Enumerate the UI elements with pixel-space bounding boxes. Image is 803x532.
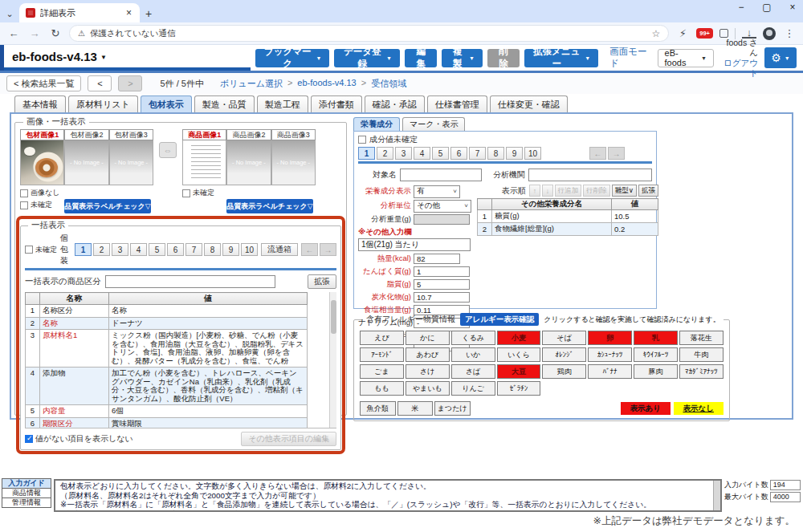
product-image-empty[interactable]: - No Image - <box>271 140 316 185</box>
tab-nutrition[interactable]: 栄養成分 <box>353 117 400 131</box>
package-image-tab[interactable]: 包材画像2 <box>64 129 108 140</box>
package-photo-donut[interactable] <box>20 140 64 185</box>
product-label-image[interactable] <box>182 140 226 185</box>
table-row[interactable]: 1 糖質(g) 10.5 <box>478 210 658 223</box>
allergen-cell[interactable]: 大豆 <box>497 364 541 379</box>
delete-row-button[interactable]: 行削除 <box>583 185 610 197</box>
nutrition-page-tab[interactable]: 2 <box>377 147 393 160</box>
table-row[interactable]: 3 原材料名1 ミックス粉（国内製造）[小麦粉、砂糖、でん粉（小麦を含む）、食用… <box>26 330 308 368</box>
batch-page-tab[interactable]: 7 <box>185 243 202 256</box>
table-row[interactable]: 2 食物繊維[総量](g) 0.2 <box>478 223 658 236</box>
nutrition-page-tab[interactable]: 6 <box>450 147 467 160</box>
nutrient-input[interactable]: 1 <box>414 266 470 277</box>
add-row-button[interactable]: 行追加 <box>555 185 582 197</box>
quality-label-check-button[interactable]: 品質表示ラベルチェック▽ <box>64 199 151 213</box>
display-setting-select[interactable]: 有˅ <box>414 185 460 198</box>
header-action-button[interactable]: 拡張メニュー▼ <box>524 49 598 67</box>
allergen-cell[interactable]: いくら <box>497 347 541 362</box>
batch-table-scrollbar[interactable] <box>329 292 336 428</box>
tab-close-icon[interactable]: × <box>124 7 133 18</box>
main-tab[interactable]: 製造工程 <box>257 95 308 112</box>
allergen-cell[interactable]: まつたけ <box>434 401 471 416</box>
profile-avatar[interactable] <box>763 27 776 40</box>
table-row[interactable]: 1 名称区分 名称 <box>26 305 308 318</box>
batch-page-tab[interactable]: 3 <box>112 243 128 256</box>
allergen-cell[interactable]: 牛肉 <box>679 347 724 362</box>
unit-select[interactable]: その他˅ <box>414 200 471 213</box>
nutrient-input[interactable]: 82 <box>414 254 460 264</box>
screen-mode-select[interactable]: eB-foods▼ <box>658 49 714 67</box>
batch-page-tab[interactable]: 1 <box>75 243 92 256</box>
header-action-button[interactable]: 複製▼ <box>442 49 483 67</box>
swap-images-button[interactable]: ⇔ <box>159 142 177 158</box>
main-tab[interactable]: 仕様書管理 <box>427 95 487 112</box>
main-tab[interactable]: 製造・品質 <box>194 95 255 112</box>
breadcrumb-area[interactable]: 受信領域 <box>371 78 406 90</box>
template-button[interactable]: 雛型∨ <box>612 185 637 197</box>
nutrition-unconfirmed-row[interactable]: 成分値未確定 <box>358 134 652 145</box>
allergen-cell[interactable]: ﾏｶﾀﾞﾐｱﾅｯﾂ <box>679 364 724 379</box>
app-title[interactable]: eb-foods-v4.13 ▼ <box>4 45 251 71</box>
batch-page-tab[interactable]: 10 <box>241 243 258 256</box>
main-tab[interactable]: 包材表示 <box>141 95 192 112</box>
hide-empty-row[interactable]: 値がない項目を表示しない <box>25 433 133 445</box>
footer-tab[interactable]: 管理情報 <box>2 497 51 508</box>
allergen-cell[interactable]: 鶏肉 <box>542 364 586 379</box>
agency-input[interactable] <box>528 169 652 181</box>
allergen-cell[interactable]: 落花生 <box>679 331 724 345</box>
other-input[interactable]: 1個(21g) 当たり <box>358 238 471 251</box>
forward-icon[interactable]: → <box>27 27 42 39</box>
page-right-arrow-button[interactable]: → <box>320 243 336 256</box>
page-left-arrow-button[interactable]: ← <box>301 243 318 256</box>
weight-input[interactable] <box>414 214 470 225</box>
no-image-checkbox[interactable] <box>20 189 28 197</box>
allergen-cell[interactable]: ｶｼｭｰﾅｯﾂ <box>588 347 632 362</box>
quality-label-check-button[interactable]: 品質表示ラベルチェック▽ <box>226 199 313 213</box>
breadcrumb-volume[interactable]: ボリューム選択 <box>220 78 283 90</box>
allergen-cell[interactable]: ｷｳｲﾌﾙｰﾂ <box>634 347 678 362</box>
nutrition-page-tab[interactable]: 5 <box>432 147 449 160</box>
browser-tab[interactable]: 詳細表示 × <box>19 3 140 22</box>
nutrition-page-tab[interactable]: 10 <box>524 147 541 160</box>
nutrition-page-tab[interactable]: 1 <box>358 147 375 160</box>
allergen-cell[interactable]: ｵﾚﾝｼﾞ <box>542 347 586 362</box>
nutrition-page-tab[interactable]: 8 <box>487 147 504 160</box>
product-image-tab[interactable]: 商品画像1 <box>182 129 226 140</box>
unconfirmed-checkbox-row[interactable]: 未確定 <box>182 188 226 198</box>
allergen-cell[interactable]: 小麦 <box>497 331 541 345</box>
back-icon[interactable]: ← <box>6 27 21 39</box>
batch-page-tab[interactable]: 8 <box>204 243 221 256</box>
main-tab[interactable]: 確認・承認 <box>365 95 425 112</box>
package-image-tab[interactable]: 包材画像1 <box>20 129 64 140</box>
nutrient-input[interactable]: 10.7 <box>414 292 470 303</box>
back-to-results-button[interactable]: < 検索結果一覧 <box>6 75 81 91</box>
window-close-icon[interactable]: × <box>787 2 798 13</box>
address-bar[interactable]: ⚠ 保護されていない通信 ☆ <box>69 25 669 42</box>
target-name-input[interactable] <box>400 169 482 181</box>
main-tab[interactable]: 仕様変更・確認 <box>490 95 568 112</box>
nutrition-page-tab[interactable]: 7 <box>469 147 486 160</box>
package-image-empty[interactable]: - No Image - <box>64 140 108 185</box>
scrollbar-thumb[interactable] <box>331 300 336 334</box>
breadcrumb-db[interactable]: eb-foods-v4.13 <box>297 78 356 90</box>
extension-badge[interactable]: 99+ <box>696 28 713 39</box>
main-tab[interactable]: 原材料リスト <box>68 95 138 112</box>
logout-link[interactable]: ログアウト <box>719 58 758 78</box>
batch-unconfirmed-row[interactable]: 未確定 <box>25 245 57 255</box>
allergen-cell[interactable]: ごま <box>360 364 404 379</box>
product-image-tab[interactable]: 商品画像2 <box>226 129 271 140</box>
guide-scrollbar[interactable] <box>713 481 720 510</box>
allergen-cell[interactable]: そば <box>542 331 586 345</box>
allergen-cell[interactable]: りんご <box>451 381 495 396</box>
window-maximize-icon[interactable]: ▢ <box>761 2 772 13</box>
header-action-button[interactable]: 削除▼ <box>487 49 520 67</box>
allergen-cell[interactable]: 乳 <box>634 331 678 345</box>
batch-page-tab[interactable]: 5 <box>149 243 165 256</box>
allergen-cell[interactable]: さけ <box>406 364 450 379</box>
prev-record-button[interactable]: < <box>88 75 112 91</box>
header-action-button[interactable]: データ登録▼ <box>334 49 400 67</box>
nutrition-page-tab[interactable]: 4 <box>414 147 430 160</box>
allergen-cell[interactable]: ﾊﾞﾅﾅ <box>588 364 632 379</box>
table-row[interactable]: 4 添加物 加工でん粉（小麦を含む）、トレハロース、ベーキングパウダー、カゼイン… <box>26 368 308 405</box>
product-image-tab[interactable]: 商品画像3 <box>271 129 316 140</box>
